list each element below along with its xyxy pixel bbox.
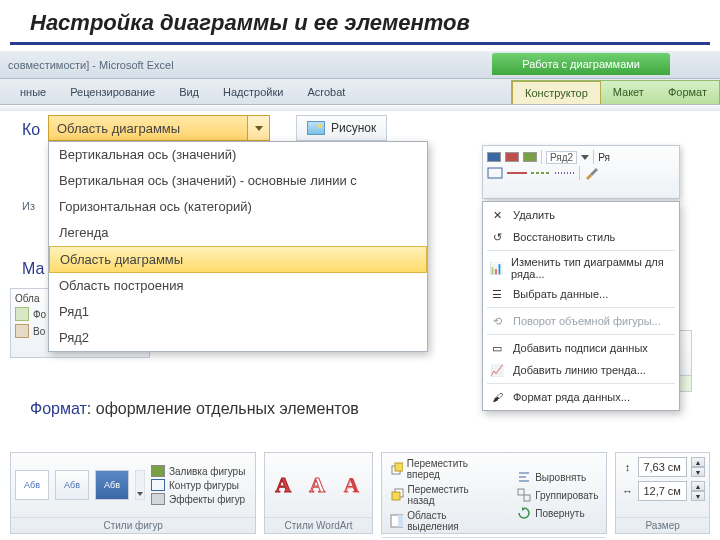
dropdown-item[interactable]: Горизонтальная ось (категорий) xyxy=(49,194,427,220)
separator xyxy=(541,150,542,164)
menu-item-3d-rotate: ⟲Поворот объемной фигуры... xyxy=(483,310,679,332)
menu-item-format-series[interactable]: 🖌Формат ряда данных... xyxy=(483,386,679,408)
wordart-style-1[interactable]: А xyxy=(269,472,297,498)
spin-down[interactable]: ▼ xyxy=(691,467,705,477)
swatch-icon[interactable] xyxy=(487,152,501,162)
tab-addins[interactable]: Надстройки xyxy=(211,81,295,103)
dropdown-item-highlighted[interactable]: Область диаграммы xyxy=(49,246,427,273)
tab-constructor[interactable]: Конструктор xyxy=(512,81,601,104)
format-selection-icon[interactable] xyxy=(15,307,29,321)
menu-item-add-trendline[interactable]: 📈Добавить линию тренда... xyxy=(483,359,679,381)
ribbon-lower-strip xyxy=(0,105,720,111)
outline-icon[interactable] xyxy=(487,167,503,179)
dropdown-item[interactable]: Ряд1 xyxy=(49,299,427,325)
selection-pane-icon xyxy=(390,514,403,528)
separator xyxy=(579,166,580,180)
reset-icon: ↺ xyxy=(489,229,505,245)
shape-outline-button[interactable]: Контур фигуры xyxy=(151,479,245,491)
picture-icon xyxy=(307,121,325,135)
gallery-more-icon[interactable] xyxy=(135,470,145,500)
svg-rect-17 xyxy=(392,492,400,500)
shape-styles-label: Стили фигур xyxy=(11,517,255,533)
wordart-style-2[interactable]: А xyxy=(303,472,331,498)
picture-button[interactable]: Рисунок xyxy=(296,115,387,141)
shape-style-3[interactable]: Абв xyxy=(95,470,129,500)
width-spinner[interactable]: ↔ 12,7 см ▲▼ xyxy=(620,481,705,501)
tab-data[interactable]: нные xyxy=(8,81,58,103)
swatch-icon[interactable] xyxy=(523,152,537,162)
group-button[interactable]: Группировать xyxy=(513,487,602,503)
series-tag: Ря xyxy=(598,152,610,163)
window-title-suffix: совместимости] - Microsoft Excel xyxy=(8,59,174,71)
swatch-icon[interactable] xyxy=(505,152,519,162)
format-rest: : оформление отдельных элементов xyxy=(87,400,359,417)
iz-label: Из xyxy=(22,200,35,212)
height-icon: ↕ xyxy=(620,460,634,474)
shape-style-2[interactable]: Абв xyxy=(55,470,89,500)
series-label-box[interactable]: Ряд2 xyxy=(546,151,577,164)
height-spinner[interactable]: ↕ 7,63 см ▲▼ xyxy=(620,457,705,477)
select-data-icon: ☰ xyxy=(489,286,505,302)
spin-up[interactable]: ▲ xyxy=(691,457,705,467)
align-button[interactable]: Выровнять xyxy=(513,469,602,485)
data-label-icon: ▭ xyxy=(489,340,505,356)
brush-icon[interactable] xyxy=(584,166,598,180)
line-dash-icon[interactable] xyxy=(531,171,551,175)
svg-rect-24 xyxy=(524,495,530,501)
selection-pane-button[interactable]: Область выделения xyxy=(386,509,501,533)
menu-item-add-labels[interactable]: ▭Добавить подписи данных xyxy=(483,337,679,359)
shape-effects-button[interactable]: Эффекты фигур xyxy=(151,493,245,505)
wordart-styles-label: Стили WordArt xyxy=(265,517,371,533)
tab-layout[interactable]: Макет xyxy=(601,81,656,104)
svg-rect-23 xyxy=(518,489,524,495)
reset-match-icon[interactable] xyxy=(15,324,29,338)
chart-element-selected: Область диаграммы xyxy=(49,121,247,136)
height-value[interactable]: 7,63 см xyxy=(638,457,687,477)
tab-view[interactable]: Вид xyxy=(167,81,211,103)
width-value[interactable]: 12,7 см xyxy=(638,481,687,501)
tab-format[interactable]: Формат xyxy=(656,81,719,104)
menu-item-select-data[interactable]: ☰Выбрать данные... xyxy=(483,283,679,305)
context-tabs: Конструктор Макет Формат xyxy=(511,80,720,104)
dropdown-item[interactable]: Область построения xyxy=(49,273,427,299)
svg-rect-19 xyxy=(398,515,403,527)
chart-element-dropdown[interactable]: Область диаграммы xyxy=(48,115,270,141)
group-icon xyxy=(517,488,531,502)
rotate-icon xyxy=(517,506,531,520)
tab-review[interactable]: Рецензирование xyxy=(58,81,167,103)
chart-element-dropdown-button[interactable] xyxy=(247,116,269,140)
rotate-button[interactable]: Повернуть xyxy=(513,505,602,521)
wordart-style-3[interactable]: А xyxy=(337,472,365,498)
tab-acrobat[interactable]: Acrobat xyxy=(295,81,357,103)
chart-type-icon: 📊 xyxy=(489,260,503,276)
spin-up[interactable]: ▲ xyxy=(691,481,705,491)
line-dot-icon[interactable] xyxy=(555,171,575,175)
title-rule xyxy=(10,42,710,45)
truncated-label-ko: Ко xyxy=(22,121,40,139)
chart-element-dropdown-list: Вертикальная ось (значений) Вертикальная… xyxy=(48,141,428,352)
dropdown-item[interactable]: Легенда xyxy=(49,220,427,246)
dropdown-item[interactable]: Вертикальная ось (значений) xyxy=(49,142,427,168)
menu-item-delete[interactable]: ✕Удалить xyxy=(483,204,679,226)
send-backward-button[interactable]: Переместить назад xyxy=(386,483,501,507)
dropdown-item[interactable]: Ряд2 xyxy=(49,325,427,351)
slide-title: Настройка диаграммы и ее элементов xyxy=(0,0,720,42)
shape-fill-button[interactable]: Заливка фигуры xyxy=(151,465,245,477)
fill-icon xyxy=(151,465,165,477)
size-label: Размер xyxy=(616,517,709,533)
svg-rect-15 xyxy=(395,463,403,471)
line-solid-icon[interactable] xyxy=(507,171,527,175)
delete-icon: ✕ xyxy=(489,207,505,223)
format-ribbon-row: Абв Абв Абв Заливка фигуры Контур фигуры… xyxy=(10,452,710,534)
outline-icon xyxy=(151,479,165,491)
dropdown-item[interactable]: Вертикальная ось (значений) - основные л… xyxy=(49,168,427,194)
trendline-icon: 📈 xyxy=(489,362,505,378)
menu-item-change-type[interactable]: 📊Изменить тип диаграммы для ряда... xyxy=(483,253,679,283)
align-icon xyxy=(517,470,531,484)
bring-forward-button[interactable]: Переместить вперед xyxy=(386,457,501,481)
menu-separator xyxy=(487,334,675,335)
menu-item-reset-style[interactable]: ↺Восстановить стиль xyxy=(483,226,679,248)
chevron-down-icon[interactable] xyxy=(581,155,589,160)
spin-down[interactable]: ▼ xyxy=(691,491,705,501)
shape-style-1[interactable]: Абв xyxy=(15,470,49,500)
